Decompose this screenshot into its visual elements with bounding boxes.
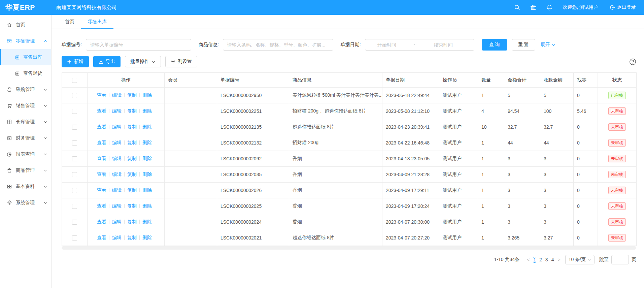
row-checkbox[interactable]	[72, 93, 77, 98]
member-cell	[165, 198, 217, 214]
jump-page-input[interactable]	[611, 255, 629, 264]
copy-link[interactable]: 复制	[127, 171, 137, 177]
edit-link[interactable]: 编辑	[112, 171, 122, 177]
prev-page-button[interactable]: <	[525, 257, 532, 262]
export-button[interactable]: 导出	[93, 56, 121, 67]
row-checkbox[interactable]	[72, 140, 77, 146]
date-start-input[interactable]	[365, 42, 408, 47]
search-button[interactable]: 查询	[482, 39, 507, 51]
sidebar-item-5[interactable]: 财务管理	[0, 130, 51, 146]
sidebar-subitem-1-0[interactable]: 零售出库	[0, 49, 51, 65]
view-link[interactable]: 查看	[97, 187, 106, 193]
view-link[interactable]: 查看	[97, 92, 106, 98]
bank-icon[interactable]	[530, 4, 536, 10]
delete-link[interactable]: 删除	[142, 219, 152, 224]
copy-link[interactable]: 复制	[127, 108, 137, 114]
sidebar-item-7[interactable]: 商品管理	[0, 162, 51, 179]
copy-link[interactable]: 复制	[127, 203, 137, 209]
tab-1[interactable]: 零售出库	[81, 15, 113, 29]
delete-link[interactable]: 删除	[142, 187, 152, 193]
view-link[interactable]: 查看	[97, 108, 106, 114]
search-icon[interactable]	[514, 4, 520, 10]
sidebar-item-4[interactable]: 仓库管理	[0, 114, 51, 130]
view-link[interactable]: 查看	[97, 140, 106, 145]
copy-link[interactable]: 复制	[127, 92, 137, 98]
product-info-input[interactable]	[223, 39, 333, 51]
delete-link[interactable]: 删除	[142, 171, 152, 177]
view-link[interactable]: 查看	[97, 235, 106, 240]
edit-link[interactable]: 编辑	[112, 219, 122, 224]
select-all-checkbox[interactable]	[72, 78, 77, 83]
row-checkbox[interactable]	[72, 156, 77, 161]
delete-link[interactable]: 删除	[142, 140, 152, 145]
row-checkbox[interactable]	[72, 188, 77, 193]
edit-link[interactable]: 编辑	[112, 187, 122, 193]
sidebar-item-0[interactable]: 首页	[0, 17, 51, 33]
row-checkbox-cell	[62, 230, 88, 246]
received-amount-cell: 32.7	[540, 119, 574, 135]
bell-icon[interactable]	[546, 4, 552, 10]
row-checkbox[interactable]	[72, 109, 77, 114]
sidebar-item-9[interactable]: 系统管理	[0, 195, 51, 211]
action-divider	[139, 220, 140, 224]
row-checkbox[interactable]	[72, 125, 77, 130]
copy-link[interactable]: 复制	[127, 235, 137, 240]
view-link[interactable]: 查看	[97, 124, 106, 129]
row-checkbox[interactable]	[72, 235, 77, 241]
delete-link[interactable]: 删除	[142, 92, 152, 98]
page-button-3[interactable]: 3	[545, 257, 548, 263]
copy-link[interactable]: 复制	[127, 156, 137, 161]
view-link[interactable]: 查看	[97, 203, 106, 209]
page-button-2[interactable]: 2	[539, 257, 542, 263]
delete-link[interactable]: 删除	[142, 156, 152, 161]
page-button-4[interactable]: 4	[551, 257, 554, 263]
delete-link[interactable]: 删除	[142, 124, 152, 129]
edit-link[interactable]: 编辑	[112, 108, 122, 114]
action-divider	[109, 220, 109, 224]
edit-link[interactable]: 编辑	[112, 92, 122, 98]
operator-cell: 测试用户	[439, 103, 478, 119]
member-cell	[165, 214, 217, 230]
copy-link[interactable]: 复制	[127, 219, 137, 224]
sidebar-item-3[interactable]: 销售管理	[0, 98, 51, 114]
edit-link[interactable]: 编辑	[112, 140, 122, 145]
view-link[interactable]: 查看	[97, 171, 106, 177]
horizontal-scrollbar[interactable]	[62, 246, 636, 250]
sidebar-item-1[interactable]: 零售管理	[0, 33, 51, 49]
sidebar-item-2[interactable]: 采购管理	[0, 82, 51, 98]
quantity-cell: 1	[478, 230, 504, 246]
expand-toggle[interactable]: 展开	[541, 42, 555, 48]
row-checkbox[interactable]	[72, 172, 77, 177]
page-button-1[interactable]: 1	[533, 257, 536, 263]
edit-link[interactable]: 编辑	[112, 235, 122, 240]
action-toolbar: 新增 导出 批量操作 列设置	[62, 56, 636, 67]
view-link[interactable]: 查看	[97, 219, 106, 224]
date-end-input[interactable]	[422, 42, 465, 47]
date-range-picker[interactable]: ~	[365, 39, 474, 51]
sidebar-subitem-1-1[interactable]: 零售退货	[0, 65, 51, 82]
bill-no-input[interactable]	[86, 39, 191, 51]
reset-button[interactable]: 重置	[512, 39, 535, 51]
column-settings-button[interactable]: 列设置	[165, 56, 197, 67]
sidebar-item-8[interactable]: 基本资料	[0, 179, 51, 195]
logout-button[interactable]: 退出登录	[610, 4, 636, 10]
tab-0[interactable]: 首页	[58, 15, 81, 29]
next-page-button[interactable]: >	[555, 257, 562, 262]
row-checkbox[interactable]	[72, 220, 77, 225]
delete-link[interactable]: 删除	[142, 203, 152, 209]
edit-link[interactable]: 编辑	[112, 124, 122, 129]
add-button[interactable]: 新增	[62, 56, 89, 67]
page-size-select[interactable]: 10 条/页	[565, 255, 595, 264]
copy-link[interactable]: 复制	[127, 124, 137, 129]
copy-link[interactable]: 复制	[127, 187, 137, 193]
sidebar-item-6[interactable]: 报表查询	[0, 146, 51, 162]
delete-link[interactable]: 删除	[142, 108, 152, 114]
edit-link[interactable]: 编辑	[112, 156, 122, 161]
delete-link[interactable]: 删除	[142, 235, 152, 240]
batch-actions-button[interactable]: 批量操作	[125, 56, 161, 67]
view-link[interactable]: 查看	[97, 156, 106, 161]
copy-link[interactable]: 复制	[127, 140, 137, 145]
help-icon[interactable]	[629, 58, 636, 65]
edit-link[interactable]: 编辑	[112, 203, 122, 209]
row-checkbox[interactable]	[72, 204, 77, 209]
